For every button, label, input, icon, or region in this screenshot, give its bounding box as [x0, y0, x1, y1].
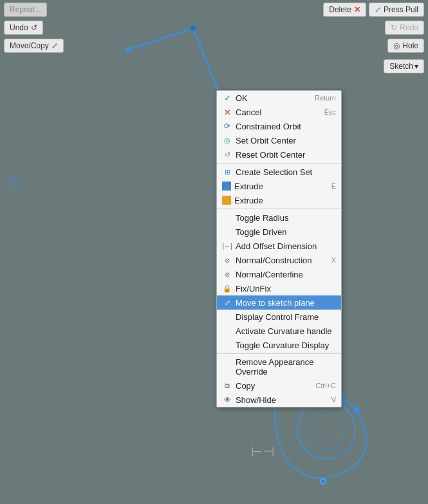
fix-unfix-icon: 🔒 — [222, 283, 232, 294]
menu-label-normal-construction: Normal/Construction — [236, 256, 312, 265]
menu-label-constrained-orbit: Constrained Orbit — [236, 122, 301, 131]
toggle-radius-icon — [222, 212, 232, 223]
menu-item-toggle-driven[interactable]: Toggle Driven — [217, 225, 341, 239]
hole-icon: ◎ — [393, 41, 400, 50]
undo-button[interactable]: Undo ↺ — [4, 21, 43, 35]
undo-label: Undo — [10, 23, 28, 32]
menu-label-set-orbit-center: Set Orbit Center — [236, 136, 296, 145]
set-orbit-center-icon: ◎ — [222, 135, 232, 145]
menu-label-toggle-driven: Toggle Driven — [236, 227, 287, 237]
copy-icon: ⧉ — [222, 380, 232, 391]
redo-button[interactable]: ↻ Redo — [385, 21, 424, 35]
cancel-icon: ✕ — [222, 107, 232, 117]
hole-button[interactable]: ◎ Hole — [387, 39, 424, 53]
copy-shortcut: Ctrl+C — [316, 382, 336, 389]
menu-item-normal-construction[interactable]: ⊘ Normal/Construction X — [217, 253, 341, 267]
menu-item-reset-orbit-center[interactable]: ↺ Reset Orbit Center — [217, 147, 341, 162]
extrude-2-icon — [222, 196, 231, 205]
normal-construction-icon: ⊘ — [222, 255, 232, 265]
menu-item-extrude-2[interactable]: Extrude — [217, 193, 341, 207]
toggle-curvature-display-icon — [222, 340, 232, 350]
cancel-shortcut: Esc — [324, 108, 336, 116]
extrude-1-shortcut: E — [331, 182, 336, 190]
menu-label-extrude-1: Extrude — [234, 182, 263, 191]
sketch-dropdown-area: Sketch ▾ — [384, 59, 424, 73]
menu-label-activate-curvature-handle: Activate Curvature handle — [236, 326, 332, 336]
menu-label-cancel: Cancel — [236, 107, 261, 117]
show-hide-shortcut: V — [331, 396, 336, 404]
move-copy-button[interactable]: Move/Copy ⤢ — [4, 39, 64, 53]
svg-point-3 — [353, 407, 360, 413]
menu-item-remove-appearance-override[interactable]: Remove Appearance Override — [217, 355, 341, 378]
canvas-svg — [0, 0, 428, 504]
move-copy-icon: ⤢ — [51, 41, 58, 50]
bottom-dot-indicator — [320, 478, 326, 485]
menu-label-extrude-2: Extrude — [234, 196, 263, 205]
normal-construction-shortcut: X — [331, 256, 336, 264]
menu-item-copy[interactable]: ⧉ Copy Ctrl+C — [217, 378, 341, 393]
menu-divider-1 — [217, 163, 341, 163]
toggle-driven-icon — [222, 227, 232, 237]
create-selection-set-icon: ⊞ — [222, 167, 232, 177]
menu-item-toggle-radius[interactable]: Toggle Radius — [217, 210, 341, 225]
menu-item-ok[interactable]: ✓ OK Return — [217, 91, 341, 105]
menu-item-constrained-orbit[interactable]: ⟳ Constrained Orbit — [217, 119, 341, 133]
delete-label: Delete — [329, 5, 351, 14]
menu-item-show-hide[interactable]: 👁 Show/Hide V — [217, 393, 341, 407]
menu-label-toggle-curvature-display: Toggle Curvature Display — [236, 341, 329, 350]
menu-item-create-selection-set[interactable]: ⊞ Create Selection Set — [217, 165, 341, 179]
display-control-frame-icon — [222, 312, 232, 322]
toolbar-row-1: Repeat... — [4, 3, 47, 17]
menu-label-copy: Copy — [236, 381, 255, 391]
ok-shortcut: Return — [315, 94, 336, 102]
toolbar-row-2: Undo ↺ — [4, 21, 43, 35]
move-to-sketch-plane-icon: ⤢ — [222, 297, 232, 308]
menu-item-cancel[interactable]: ✕ Cancel Esc — [217, 105, 341, 119]
redo-icon: ↻ — [391, 23, 397, 32]
press-pull-icon: ⤢ — [375, 5, 381, 14]
menu-item-activate-curvature-handle[interactable]: Activate Curvature handle — [217, 324, 341, 338]
move-copy-label: Move/Copy — [10, 41, 49, 50]
repeat-button[interactable]: Repeat... — [4, 3, 47, 17]
menu-label-add-offset-dimension: Add Offset Dimension — [236, 241, 317, 251]
normal-centerline-icon: ⊘ — [222, 269, 232, 279]
undo-icon: ↺ — [31, 23, 37, 32]
activate-curvature-handle-icon — [222, 326, 232, 336]
menu-label-move-to-sketch-plane: Move to sketch plane — [236, 298, 315, 308]
menu-label-create-selection-set: Create Selection Set — [236, 167, 312, 177]
menu-item-display-control-frame[interactable]: Display Control Frame — [217, 310, 341, 324]
toolbar-row-3: Move/Copy ⤢ — [4, 39, 64, 53]
menu-item-toggle-curvature-display[interactable]: Toggle Curvature Display — [217, 338, 341, 352]
sketch-dropdown[interactable]: Sketch ▾ — [384, 59, 424, 73]
menu-label-fix-unfix: Fix/UnFix — [236, 284, 271, 294]
menu-label-show-hide: Show/Hide — [236, 395, 276, 405]
svg-point-4 — [126, 47, 131, 52]
menu-label-normal-centerline: Normal/Centerline — [236, 270, 303, 279]
toolbar-right-row-3: ◎ Hole — [387, 39, 424, 53]
menu-item-add-offset-dimension[interactable]: |↔| Add Offset Dimension — [217, 239, 341, 253]
constrained-orbit-icon: ⟳ — [222, 121, 232, 131]
svg-point-5 — [191, 26, 196, 31]
extrude-1-icon — [222, 182, 231, 191]
menu-label-toggle-radius: Toggle Radius — [236, 213, 288, 223]
menu-item-set-orbit-center[interactable]: ◎ Set Orbit Center — [217, 133, 341, 147]
press-pull-label: Press Pull — [384, 5, 418, 14]
delete-button[interactable]: Delete ✕ — [323, 3, 366, 17]
menu-item-extrude-1[interactable]: Extrude E — [217, 179, 341, 193]
menu-label-display-control-frame: Display Control Frame — [236, 312, 319, 322]
menu-item-normal-centerline[interactable]: ⊘ Normal/Centerline — [217, 267, 341, 281]
sketch-label: Sketch — [389, 62, 413, 71]
reset-orbit-icon: ↺ — [222, 149, 232, 160]
menu-item-fix-unfix[interactable]: 🔒 Fix/UnFix — [217, 281, 341, 295]
toolbar-right-row-2: ↻ Redo — [385, 21, 424, 35]
ok-icon: ✓ — [222, 93, 232, 103]
redo-label: Redo — [400, 23, 418, 32]
show-hide-icon: 👁 — [222, 395, 232, 405]
svg-point-0 — [297, 401, 355, 459]
toolbar-right-row-1: Delete ✕ ⤢ Press Pull — [323, 3, 424, 17]
context-menu: ✓ OK Return ✕ Cancel Esc ⟳ Constrained O… — [216, 90, 342, 407]
press-pull-button[interactable]: ⤢ Press Pull — [369, 3, 424, 17]
delete-icon: ✕ — [354, 5, 360, 14]
menu-item-move-to-sketch-plane[interactable]: ⤢ Move to sketch plane — [217, 295, 341, 310]
chevron-down-icon: ▾ — [414, 62, 418, 71]
